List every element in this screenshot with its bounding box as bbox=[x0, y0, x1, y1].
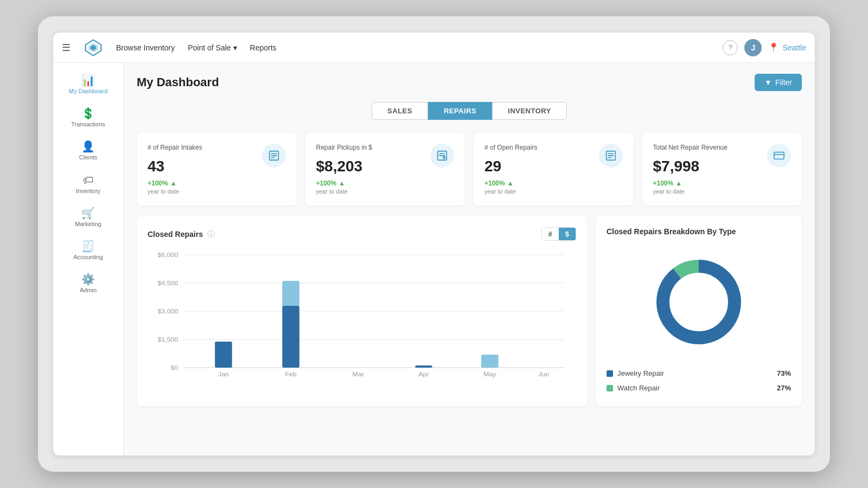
main-content: My Dashboard ▼ Filter SALES REPAIRS INVE… bbox=[124, 63, 815, 455]
toggle-dollar-button[interactable]: $ bbox=[559, 228, 576, 240]
metric-icon-net-revenue bbox=[767, 144, 791, 168]
accounting-icon: 🧾 bbox=[81, 241, 95, 252]
tab-repairs[interactable]: REPAIRS bbox=[428, 102, 492, 120]
filter-button[interactable]: ▼ Filter bbox=[755, 74, 802, 91]
sidebar-item-clients[interactable]: 👤 Clients bbox=[53, 136, 123, 166]
nav-browse-inventory[interactable]: Browse Inventory bbox=[116, 43, 175, 52]
bar-chart-area: $6,000 $4,500 $3,000 $1,500 $0 bbox=[148, 249, 576, 390]
svg-text:$0: $0 bbox=[171, 364, 178, 371]
sidebar: 📊 My Dashboard 💲 Transactions 👤 Clients … bbox=[53, 63, 124, 455]
sidebar-item-dashboard[interactable]: 📊 My Dashboard bbox=[53, 69, 123, 100]
location-label: Seattle bbox=[782, 43, 806, 52]
svg-point-10 bbox=[443, 157, 445, 159]
metric-cards: # of Repair Intakes 43 +100% ▲ year to d… bbox=[137, 133, 802, 206]
nav-reports[interactable]: Reports bbox=[250, 43, 277, 52]
dashboard-icon: 📊 bbox=[81, 75, 95, 86]
up-arrow-icon-4: ▲ bbox=[675, 179, 682, 187]
legend-item-watch: Watch Repair 27% bbox=[607, 381, 791, 395]
sidebar-label-transactions: Transactions bbox=[71, 121, 105, 128]
metric-change-repair-pickups: +100% ▲ bbox=[316, 179, 455, 187]
charts-row: Closed Repairs ⓘ # $ bbox=[137, 216, 802, 406]
legend-pct-watch: 27% bbox=[777, 384, 791, 392]
legend-pct-jewelry: 73% bbox=[777, 369, 791, 377]
marketing-icon: 🛒 bbox=[81, 208, 95, 219]
top-nav: ☰ Browse Inventory Point of Sale ▾ Repor… bbox=[53, 33, 815, 63]
svg-text:$3,000: $3,000 bbox=[157, 308, 178, 314]
up-arrow-icon: ▲ bbox=[170, 179, 177, 187]
toggle-hash-button[interactable]: # bbox=[542, 228, 559, 240]
legend-left-watch: Watch Repair bbox=[607, 384, 660, 392]
location-button[interactable]: 📍 Seattle bbox=[768, 42, 806, 53]
sidebar-label-marketing: Marketing bbox=[75, 221, 101, 228]
bar-feb-light bbox=[282, 281, 299, 306]
main-layout: 📊 My Dashboard 💲 Transactions 👤 Clients … bbox=[53, 63, 815, 455]
metric-icon-open-repairs bbox=[599, 144, 623, 168]
user-avatar[interactable]: J bbox=[744, 39, 762, 56]
bar-chart-title: Closed Repairs bbox=[148, 230, 203, 239]
sidebar-item-transactions[interactable]: 💲 Transactions bbox=[53, 102, 123, 133]
transactions-icon: 💲 bbox=[81, 108, 95, 119]
up-arrow-icon-2: ▲ bbox=[339, 179, 345, 187]
metric-card-repair-pickups: Repair Pickups in $ $8,203 +100% ▲ year … bbox=[305, 133, 465, 206]
sidebar-item-accounting[interactable]: 🧾 Accounting bbox=[53, 235, 123, 266]
info-icon: ⓘ bbox=[207, 229, 215, 239]
hamburger-icon[interactable]: ☰ bbox=[62, 42, 71, 54]
sidebar-label-inventory: Inventory bbox=[76, 188, 100, 195]
bar-chart-title-row: Closed Repairs ⓘ bbox=[148, 229, 215, 239]
donut-chart-header: Closed Repairs Breakdown By Type bbox=[607, 227, 791, 236]
logo-icon bbox=[84, 38, 103, 57]
page-title: My Dashboard bbox=[137, 75, 219, 89]
bar-chart-header: Closed Repairs ⓘ # $ bbox=[148, 227, 576, 241]
sidebar-item-admin[interactable]: ⚙️ Admin bbox=[53, 268, 123, 299]
svg-text:Mar: Mar bbox=[353, 371, 364, 377]
tab-sales[interactable]: SALES bbox=[372, 102, 428, 120]
svg-text:Feb: Feb bbox=[285, 371, 297, 377]
metric-change-repair-intakes: +100% ▲ bbox=[148, 179, 286, 187]
metric-icon-repair-intakes bbox=[262, 144, 286, 168]
metric-period-repair-pickups: year to date bbox=[316, 188, 455, 195]
metric-card-repair-intakes: # of Repair Intakes 43 +100% ▲ year to d… bbox=[137, 133, 297, 206]
svg-point-36 bbox=[674, 278, 723, 326]
nav-point-of-sale[interactable]: Point of Sale ▾ bbox=[188, 43, 237, 52]
bar-jan-dark bbox=[215, 342, 232, 368]
metric-period-net-revenue: year to date bbox=[653, 188, 792, 195]
svg-text:Apr: Apr bbox=[418, 371, 429, 377]
svg-text:Jun: Jun bbox=[538, 371, 549, 377]
up-arrow-icon-3: ▲ bbox=[507, 179, 514, 187]
dropdown-chevron-icon: ▾ bbox=[233, 43, 237, 52]
metric-period-repair-intakes: year to date bbox=[148, 188, 286, 195]
sidebar-item-marketing[interactable]: 🛒 Marketing bbox=[53, 202, 123, 233]
donut-chart-title: Closed Repairs Breakdown By Type bbox=[607, 227, 736, 236]
location-pin-icon: 📍 bbox=[768, 42, 779, 53]
tab-inventory[interactable]: INVENTORY bbox=[492, 102, 567, 120]
svg-text:$1,500: $1,500 bbox=[157, 336, 178, 343]
bar-chart-card: Closed Repairs ⓘ # $ bbox=[137, 216, 587, 406]
nav-right: ? J 📍 Seattle bbox=[723, 39, 806, 56]
sidebar-label-admin: Admin bbox=[80, 287, 97, 294]
donut-legend: Jewelry Repair 73% Watch Repair bbox=[607, 366, 791, 395]
admin-icon: ⚙️ bbox=[81, 274, 95, 285]
bar-feb-dark bbox=[282, 306, 299, 368]
metric-card-open-repairs: # of Open Repairs 29 +100% ▲ year to dat… bbox=[474, 133, 634, 206]
bar-apr-dark bbox=[415, 365, 432, 368]
bar-may-light bbox=[481, 355, 499, 368]
page-header: My Dashboard ▼ Filter bbox=[137, 74, 802, 91]
donut-chart-area: Jewelry Repair 73% Watch Repair bbox=[607, 245, 791, 395]
legend-left-jewelry: Jewelry Repair bbox=[607, 369, 664, 377]
inventory-icon: 🏷 bbox=[83, 175, 94, 185]
sidebar-label-accounting: Accounting bbox=[73, 254, 103, 261]
legend-label-watch: Watch Repair bbox=[617, 384, 660, 392]
svg-text:$4,500: $4,500 bbox=[157, 280, 178, 286]
metric-period-open-repairs: year to date bbox=[484, 188, 623, 195]
filter-icon: ▼ bbox=[764, 78, 772, 87]
device-frame: ☰ Browse Inventory Point of Sale ▾ Repor… bbox=[38, 16, 830, 472]
sidebar-item-inventory[interactable]: 🏷 Inventory bbox=[53, 169, 123, 200]
legend-dot-jewelry bbox=[607, 370, 613, 377]
legend-label-jewelry: Jewelry Repair bbox=[617, 369, 664, 377]
metric-card-net-revenue: Total Net Repair Revenue $7,998 +100% ▲ … bbox=[642, 133, 802, 206]
sidebar-label-clients: Clients bbox=[79, 154, 98, 161]
browser-window: ☰ Browse Inventory Point of Sale ▾ Repor… bbox=[53, 33, 815, 455]
help-button[interactable]: ? bbox=[723, 40, 738, 55]
bar-chart-svg: $6,000 $4,500 $3,000 $1,500 $0 bbox=[148, 249, 576, 390]
svg-text:Jan: Jan bbox=[218, 371, 229, 377]
